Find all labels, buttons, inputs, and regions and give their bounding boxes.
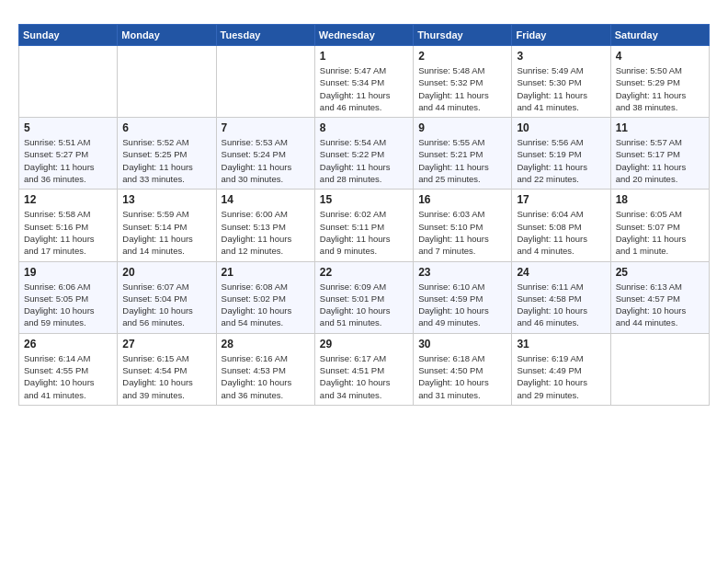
day-info: Sunrise: 5:54 AM Sunset: 5:22 PM Dayligh… xyxy=(320,136,408,185)
day-info: Sunrise: 5:47 AM Sunset: 5:34 PM Dayligh… xyxy=(320,64,408,113)
day-cell: 20Sunrise: 6:07 AM Sunset: 5:04 PM Dayli… xyxy=(118,261,216,333)
day-cell: 22Sunrise: 6:09 AM Sunset: 5:01 PM Dayli… xyxy=(314,261,413,333)
day-number: 2 xyxy=(418,50,506,63)
weekday-header-thursday: Thursday xyxy=(414,25,512,46)
day-number: 30 xyxy=(418,338,506,350)
week-row-1: 1Sunrise: 5:47 AM Sunset: 5:34 PM Daylig… xyxy=(19,46,710,118)
day-cell: 6Sunrise: 5:52 AM Sunset: 5:25 PM Daylig… xyxy=(118,118,216,190)
day-cell: 13Sunrise: 5:59 AM Sunset: 5:14 PM Dayli… xyxy=(118,190,216,261)
day-cell: 21Sunrise: 6:08 AM Sunset: 5:02 PM Dayli… xyxy=(216,261,314,333)
day-info: Sunrise: 6:04 AM Sunset: 5:08 PM Dayligh… xyxy=(517,208,605,257)
weekday-header-row: SundayMondayTuesdayWednesdayThursdayFrid… xyxy=(19,25,710,46)
weekday-header-tuesday: Tuesday xyxy=(216,25,314,46)
day-number: 7 xyxy=(222,121,310,134)
weekday-header-saturday: Saturday xyxy=(610,25,709,46)
weekday-header-monday: Monday xyxy=(118,25,216,46)
day-number: 23 xyxy=(418,266,506,279)
day-cell: 1Sunrise: 5:47 AM Sunset: 5:34 PM Daylig… xyxy=(314,46,413,118)
day-cell xyxy=(610,333,709,405)
day-cell: 27Sunrise: 6:15 AM Sunset: 4:54 PM Dayli… xyxy=(118,333,216,405)
day-number: 28 xyxy=(222,338,310,350)
day-info: Sunrise: 5:50 AM Sunset: 5:29 PM Dayligh… xyxy=(616,64,704,113)
day-cell: 26Sunrise: 6:14 AM Sunset: 4:55 PM Dayli… xyxy=(19,333,118,405)
day-cell: 19Sunrise: 6:06 AM Sunset: 5:05 PM Dayli… xyxy=(19,261,118,333)
day-info: Sunrise: 6:15 AM Sunset: 4:54 PM Dayligh… xyxy=(122,352,210,401)
day-cell: 3Sunrise: 5:49 AM Sunset: 5:30 PM Daylig… xyxy=(512,46,610,118)
day-cell: 4Sunrise: 5:50 AM Sunset: 5:29 PM Daylig… xyxy=(610,46,709,118)
day-number: 11 xyxy=(616,121,704,134)
day-number: 27 xyxy=(122,338,210,350)
day-cell xyxy=(118,46,216,118)
day-info: Sunrise: 6:08 AM Sunset: 5:02 PM Dayligh… xyxy=(222,281,310,329)
day-info: Sunrise: 6:11 AM Sunset: 4:58 PM Dayligh… xyxy=(517,281,605,329)
day-info: Sunrise: 6:09 AM Sunset: 5:01 PM Dayligh… xyxy=(320,281,408,329)
day-info: Sunrise: 6:13 AM Sunset: 4:57 PM Dayligh… xyxy=(616,281,704,329)
day-cell: 31Sunrise: 6:19 AM Sunset: 4:49 PM Dayli… xyxy=(512,333,610,405)
day-cell: 2Sunrise: 5:48 AM Sunset: 5:32 PM Daylig… xyxy=(414,46,512,118)
day-info: Sunrise: 6:14 AM Sunset: 4:55 PM Dayligh… xyxy=(24,352,112,401)
day-info: Sunrise: 5:53 AM Sunset: 5:24 PM Dayligh… xyxy=(222,136,310,185)
day-cell: 18Sunrise: 6:05 AM Sunset: 5:07 PM Dayli… xyxy=(610,190,709,261)
day-cell: 24Sunrise: 6:11 AM Sunset: 4:58 PM Dayli… xyxy=(512,261,610,333)
weekday-header-friday: Friday xyxy=(512,25,610,46)
day-number: 14 xyxy=(222,193,310,206)
day-cell: 11Sunrise: 5:57 AM Sunset: 5:17 PM Dayli… xyxy=(610,118,709,190)
page: General Blue SundayMondayTuesdayWednesda… xyxy=(0,0,728,563)
day-info: Sunrise: 6:18 AM Sunset: 4:50 PM Dayligh… xyxy=(418,352,506,401)
day-info: Sunrise: 5:48 AM Sunset: 5:32 PM Dayligh… xyxy=(418,64,506,113)
day-cell: 30Sunrise: 6:18 AM Sunset: 4:50 PM Dayli… xyxy=(414,333,512,405)
day-number: 5 xyxy=(24,121,112,134)
day-cell xyxy=(19,46,118,118)
day-number: 8 xyxy=(320,121,408,134)
week-row-4: 19Sunrise: 6:06 AM Sunset: 5:05 PM Dayli… xyxy=(19,261,710,333)
day-info: Sunrise: 6:03 AM Sunset: 5:10 PM Dayligh… xyxy=(418,208,506,257)
day-number: 9 xyxy=(418,121,506,134)
day-info: Sunrise: 6:00 AM Sunset: 5:13 PM Dayligh… xyxy=(222,208,310,257)
day-info: Sunrise: 6:19 AM Sunset: 4:49 PM Dayligh… xyxy=(517,352,605,401)
day-number: 29 xyxy=(320,338,408,350)
day-info: Sunrise: 6:05 AM Sunset: 5:07 PM Dayligh… xyxy=(616,208,704,257)
weekday-header-sunday: Sunday xyxy=(19,25,118,46)
day-number: 12 xyxy=(24,193,112,206)
day-number: 1 xyxy=(320,50,408,63)
day-number: 18 xyxy=(616,193,704,206)
week-row-3: 12Sunrise: 5:58 AM Sunset: 5:16 PM Dayli… xyxy=(19,190,710,261)
day-info: Sunrise: 5:59 AM Sunset: 5:14 PM Dayligh… xyxy=(122,208,210,257)
day-number: 10 xyxy=(517,121,605,134)
day-number: 6 xyxy=(122,121,210,134)
day-number: 19 xyxy=(24,266,112,279)
day-number: 4 xyxy=(616,50,704,63)
day-cell: 16Sunrise: 6:03 AM Sunset: 5:10 PM Dayli… xyxy=(414,190,512,261)
day-number: 31 xyxy=(517,338,605,350)
day-number: 21 xyxy=(222,266,310,279)
day-number: 17 xyxy=(517,193,605,206)
day-number: 25 xyxy=(616,266,704,279)
day-cell: 12Sunrise: 5:58 AM Sunset: 5:16 PM Dayli… xyxy=(19,190,118,261)
day-number: 15 xyxy=(320,193,408,206)
day-info: Sunrise: 6:07 AM Sunset: 5:04 PM Dayligh… xyxy=(122,281,210,329)
week-row-2: 5Sunrise: 5:51 AM Sunset: 5:27 PM Daylig… xyxy=(19,118,710,190)
day-info: Sunrise: 5:49 AM Sunset: 5:30 PM Dayligh… xyxy=(517,64,605,113)
day-info: Sunrise: 6:16 AM Sunset: 4:53 PM Dayligh… xyxy=(222,352,310,401)
day-info: Sunrise: 5:51 AM Sunset: 5:27 PM Dayligh… xyxy=(24,136,112,185)
day-cell: 17Sunrise: 6:04 AM Sunset: 5:08 PM Dayli… xyxy=(512,190,610,261)
day-info: Sunrise: 5:55 AM Sunset: 5:21 PM Dayligh… xyxy=(418,136,506,185)
day-cell: 9Sunrise: 5:55 AM Sunset: 5:21 PM Daylig… xyxy=(414,118,512,190)
day-cell: 23Sunrise: 6:10 AM Sunset: 4:59 PM Dayli… xyxy=(414,261,512,333)
day-info: Sunrise: 6:10 AM Sunset: 4:59 PM Dayligh… xyxy=(418,281,506,329)
day-cell: 8Sunrise: 5:54 AM Sunset: 5:22 PM Daylig… xyxy=(314,118,413,190)
weekday-header-wednesday: Wednesday xyxy=(314,25,413,46)
week-row-5: 26Sunrise: 6:14 AM Sunset: 4:55 PM Dayli… xyxy=(19,333,710,405)
day-number: 24 xyxy=(517,266,605,279)
day-info: Sunrise: 5:56 AM Sunset: 5:19 PM Dayligh… xyxy=(517,136,605,185)
day-cell: 5Sunrise: 5:51 AM Sunset: 5:27 PM Daylig… xyxy=(19,118,118,190)
day-cell: 10Sunrise: 5:56 AM Sunset: 5:19 PM Dayli… xyxy=(512,118,610,190)
day-info: Sunrise: 5:58 AM Sunset: 5:16 PM Dayligh… xyxy=(24,208,112,257)
day-cell: 14Sunrise: 6:00 AM Sunset: 5:13 PM Dayli… xyxy=(216,190,314,261)
day-cell: 28Sunrise: 6:16 AM Sunset: 4:53 PM Dayli… xyxy=(216,333,314,405)
calendar: SundayMondayTuesdayWednesdayThursdayFrid… xyxy=(18,24,710,406)
day-number: 16 xyxy=(418,193,506,206)
day-cell: 25Sunrise: 6:13 AM Sunset: 4:57 PM Dayli… xyxy=(610,261,709,333)
day-cell: 15Sunrise: 6:02 AM Sunset: 5:11 PM Dayli… xyxy=(314,190,413,261)
day-cell: 29Sunrise: 6:17 AM Sunset: 4:51 PM Dayli… xyxy=(314,333,413,405)
